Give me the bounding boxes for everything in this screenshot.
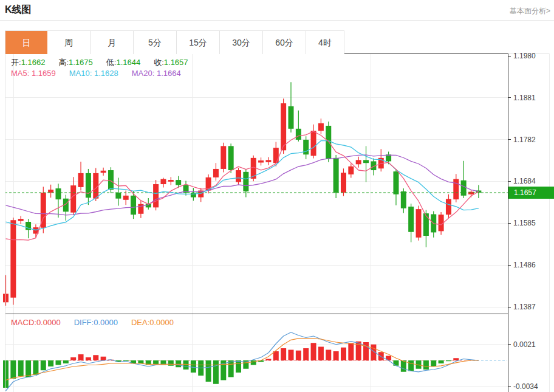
tab-15min[interactable]: 15分 (177, 31, 220, 54)
diff-label: DIFF: (74, 318, 94, 327)
open-label: 开: (11, 58, 21, 67)
ma20-label: MA20: (132, 69, 155, 78)
tab-day[interactable]: 日 (5, 31, 47, 54)
high-label: 高: (58, 58, 69, 67)
macd-legend: MACD:0.0000 DIFF:0.0000 DEA:0.0000 (11, 318, 187, 327)
ma5-label: MA5: (11, 69, 29, 78)
candlesticks (3, 82, 481, 306)
macd-panel (3, 332, 507, 391)
tab-5min[interactable]: 5分 (134, 31, 177, 54)
svg-text:1.1980: 1.1980 (513, 52, 536, 60)
ma-lines (6, 131, 479, 240)
ma-legend: MA5: 1.1659 MA10: 1.1628 MA20: 1.1664 (11, 69, 194, 78)
dea-value: 0.0000 (149, 318, 174, 327)
ma5-value: 1.1659 (32, 69, 56, 78)
grid-lines (5, 53, 549, 392)
low-label: 低: (106, 58, 117, 67)
chart-frame (5, 53, 549, 392)
svg-text:0.0021: 0.0021 (513, 340, 536, 349)
low-value: 1.1644 (116, 58, 140, 67)
close-value: 1.1657 (164, 58, 188, 67)
diff-value: 0.0000 (94, 318, 118, 327)
macd-label: MACD: (11, 318, 36, 327)
dea-label: DEA: (131, 318, 149, 327)
tab-week[interactable]: 周 (47, 31, 91, 54)
ma20-value: 1.1664 (157, 69, 181, 78)
svg-text:1.1585: 1.1585 (513, 219, 536, 227)
tab-month[interactable]: 月 (91, 31, 134, 54)
open-value: 1.1662 (21, 58, 46, 67)
fundamental-analysis-link[interactable]: 基本面分析> (510, 6, 550, 16)
tab-4hour[interactable]: 4时 (306, 31, 344, 54)
tab-60min[interactable]: 60分 (263, 31, 306, 54)
title-divider (0, 20, 554, 21)
svg-text:-0.0034: -0.0034 (513, 382, 538, 391)
price-axis-labels: 1.19801.18811.17821.16841.15851.14861.13… (508, 52, 538, 391)
page-title: K线图 (5, 4, 32, 16)
tab-30min[interactable]: 30分 (220, 31, 263, 54)
high-value: 1.1675 (69, 58, 93, 67)
svg-text:1.1387: 1.1387 (513, 303, 536, 311)
current-price-tag: 1.1657 (508, 187, 554, 199)
svg-text:1.1782: 1.1782 (513, 136, 536, 144)
period-tabbar: 日 周 月 5分 15分 30分 60分 4时 (5, 30, 344, 53)
ma10-label: MA10: (69, 69, 92, 78)
svg-text:1.1486: 1.1486 (513, 261, 536, 269)
ma10-value: 1.1628 (94, 69, 118, 78)
svg-text:1.1684: 1.1684 (513, 177, 536, 185)
svg-text:1.1881: 1.1881 (513, 94, 536, 102)
macd-value: 0.0000 (36, 318, 61, 327)
close-label: 收: (154, 58, 164, 67)
ohlc-legend: 开:1.1662 高:1.1675 低:1.1644 收:1.1657 (11, 57, 202, 68)
